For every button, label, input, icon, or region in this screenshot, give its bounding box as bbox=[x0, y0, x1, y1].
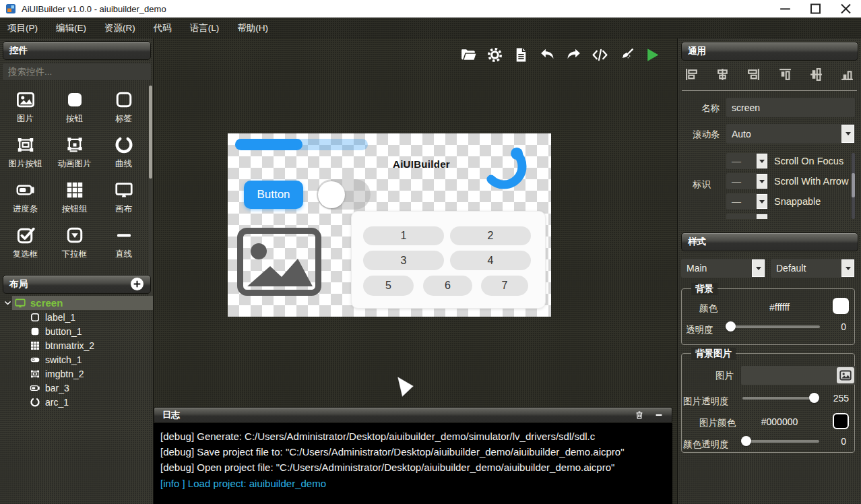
flags-scrollbar-thumb[interactable] bbox=[852, 173, 855, 197]
style-part-dropdown[interactable]: Main bbox=[681, 259, 765, 278]
dropdown-arrow-button[interactable] bbox=[757, 214, 767, 219]
color-opacity-slider[interactable] bbox=[741, 436, 819, 447]
widget-scrollbar-thumb[interactable] bbox=[149, 86, 152, 179]
log-title: 日志 bbox=[162, 409, 180, 421]
align-bottom-icon[interactable] bbox=[840, 67, 854, 82]
canvas-bar-widget[interactable] bbox=[235, 139, 368, 150]
flag-dropdown[interactable]: — bbox=[726, 153, 768, 169]
image-opacity-slider[interactable] bbox=[742, 393, 819, 404]
name-input[interactable] bbox=[726, 98, 855, 117]
flag-dropdown-value: — bbox=[726, 176, 756, 187]
widget-item[interactable]: 曲线 bbox=[99, 130, 148, 175]
matrix-button[interactable]: 3 bbox=[363, 251, 444, 270]
code-icon[interactable] bbox=[592, 46, 608, 63]
redo-icon[interactable] bbox=[565, 46, 582, 63]
widget-item[interactable]: 复选框 bbox=[1, 220, 50, 265]
close-button[interactable] bbox=[831, 0, 861, 18]
canvas-label-widget[interactable]: AiUIBuilder bbox=[393, 158, 450, 170]
menu-item[interactable]: 项目(P) bbox=[7, 22, 38, 34]
image-color-value: #000000 bbox=[742, 416, 817, 427]
matrix-button[interactable]: 7 bbox=[481, 276, 528, 296]
window-controls bbox=[770, 0, 861, 18]
trash-icon[interactable] bbox=[635, 410, 644, 420]
matrix-button[interactable]: 1 bbox=[363, 226, 444, 245]
canvas-arc-widget[interactable] bbox=[477, 139, 534, 197]
maximize-button[interactable] bbox=[800, 0, 831, 18]
canvas-imgbtn-widget[interactable] bbox=[236, 227, 322, 296]
widget-label: 图片按钮 bbox=[9, 158, 42, 170]
matrix-button[interactable]: 4 bbox=[450, 251, 531, 270]
widget-item[interactable]: 图片 bbox=[1, 85, 50, 130]
generate-file-icon[interactable] bbox=[513, 46, 530, 63]
flag-dropdown[interactable]: — bbox=[726, 214, 768, 219]
flag-dropdown[interactable]: — bbox=[726, 193, 768, 210]
bg-opacity-label: 透明度 bbox=[686, 324, 713, 336]
tree-item-screen[interactable]: screen bbox=[0, 296, 154, 310]
design-canvas[interactable]: AiUIBuilder Button 1234567 bbox=[228, 133, 551, 317]
tree-item-imgbtn_2[interactable]: imgbtn_2 bbox=[0, 367, 154, 381]
style-state-dropdown[interactable]: Default bbox=[771, 259, 855, 278]
tree-children: label_1button_1btnmatrix_2switch_1imgbtn… bbox=[0, 310, 154, 409]
add-screen-button[interactable] bbox=[131, 278, 144, 290]
widget-item[interactable]: 图片按钮 bbox=[1, 130, 50, 175]
flag-label: Scroll With Arrow bbox=[774, 176, 848, 187]
tree-item-label: switch_1 bbox=[45, 354, 82, 365]
canvas-btnmatrix-widget[interactable]: 1234567 bbox=[351, 211, 546, 309]
canvas-button-widget[interactable]: Button bbox=[244, 181, 303, 209]
dropdown-arrow-button[interactable] bbox=[752, 259, 765, 277]
menu-item[interactable]: 编辑(E) bbox=[56, 22, 86, 34]
dropdown-arrow-button[interactable] bbox=[757, 174, 767, 189]
matrix-button[interactable]: 2 bbox=[450, 226, 531, 245]
tree-item-label: button_1 bbox=[45, 326, 82, 337]
menu-item[interactable]: 资源(R) bbox=[104, 22, 135, 34]
tree-item-btnmatrix_2[interactable]: btnmatrix_2 bbox=[0, 338, 154, 352]
tree-item-bar_3[interactable]: bar_3 bbox=[0, 381, 154, 395]
minimize-button[interactable] bbox=[770, 0, 800, 18]
dropdown-arrow-button[interactable] bbox=[841, 125, 854, 143]
bar-icon bbox=[15, 180, 36, 200]
align-vcenter-icon[interactable] bbox=[809, 67, 823, 82]
settings-icon[interactable] bbox=[486, 46, 503, 63]
bg-image-field[interactable] bbox=[741, 366, 856, 385]
menu-item[interactable]: 代码 bbox=[154, 22, 172, 34]
dropdown-arrow-button[interactable] bbox=[757, 194, 767, 209]
widget-label: 图片 bbox=[17, 113, 34, 125]
pick-image-button[interactable] bbox=[837, 367, 854, 383]
align-right-icon[interactable] bbox=[746, 67, 761, 82]
clean-icon[interactable] bbox=[618, 46, 635, 63]
scrollbar-dropdown[interactable]: Auto bbox=[726, 124, 855, 144]
bg-opacity-slider[interactable] bbox=[726, 321, 820, 332]
matrix-button[interactable]: 5 bbox=[363, 276, 414, 296]
tree-item-arc_1[interactable]: arc_1 bbox=[0, 395, 154, 409]
align-hcenter-icon[interactable] bbox=[715, 67, 730, 82]
chevron-down-icon[interactable] bbox=[3, 298, 12, 307]
align-left-icon[interactable] bbox=[684, 67, 699, 82]
flag-dropdown[interactable]: — bbox=[726, 173, 768, 189]
tree-item-button_1[interactable]: button_1 bbox=[0, 324, 154, 338]
run-icon[interactable] bbox=[644, 46, 661, 63]
widget-item[interactable]: 进度条 bbox=[1, 175, 50, 220]
widget-item[interactable]: 动画图片 bbox=[50, 130, 99, 175]
widget-item[interactable]: 按钮组 bbox=[50, 175, 99, 220]
tree-item-label_1[interactable]: label_1 bbox=[0, 310, 154, 324]
canvas-switch-widget[interactable] bbox=[317, 179, 371, 210]
tree-item-switch_1[interactable]: switch_1 bbox=[0, 352, 154, 367]
image-color-swatch[interactable] bbox=[833, 413, 849, 429]
widget-search-input[interactable] bbox=[3, 63, 151, 80]
widget-item[interactable]: 标签 bbox=[99, 85, 148, 130]
collapse-icon[interactable] bbox=[654, 410, 664, 420]
widget-item[interactable]: 画布 bbox=[99, 175, 148, 220]
bg-color-swatch[interactable] bbox=[833, 298, 849, 314]
matrix-button[interactable]: 6 bbox=[423, 276, 472, 296]
align-top-icon[interactable] bbox=[778, 67, 792, 82]
open-folder-icon[interactable] bbox=[460, 46, 477, 63]
undo-icon[interactable] bbox=[539, 46, 556, 63]
widget-item[interactable]: 按钮 bbox=[50, 85, 99, 130]
widget-item[interactable]: 直线 bbox=[99, 220, 148, 265]
menu-item[interactable]: 语言(L) bbox=[190, 22, 220, 34]
widget-item[interactable]: 下拉框 bbox=[50, 220, 99, 265]
dropdown-arrow-button[interactable] bbox=[757, 154, 767, 168]
menu-item[interactable]: 帮助(H) bbox=[237, 22, 268, 34]
dropdown-arrow-button[interactable] bbox=[841, 259, 854, 277]
arc-icon bbox=[30, 397, 40, 408]
